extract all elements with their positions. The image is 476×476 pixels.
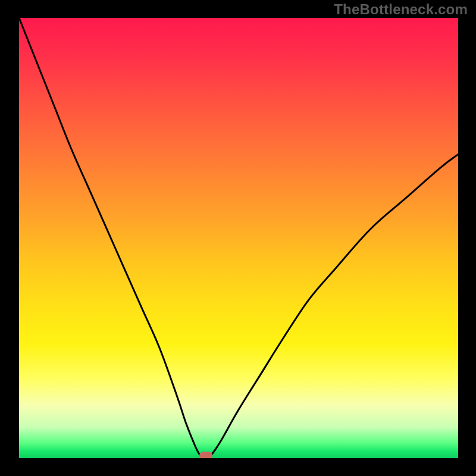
minimum-marker-icon (199, 452, 212, 458)
chart-frame: TheBottleneck.com (0, 0, 476, 476)
plot-area (19, 18, 458, 458)
watermark-text: TheBottleneck.com (334, 1, 468, 18)
bottleneck-curve (19, 18, 458, 458)
curve-svg (19, 18, 458, 458)
